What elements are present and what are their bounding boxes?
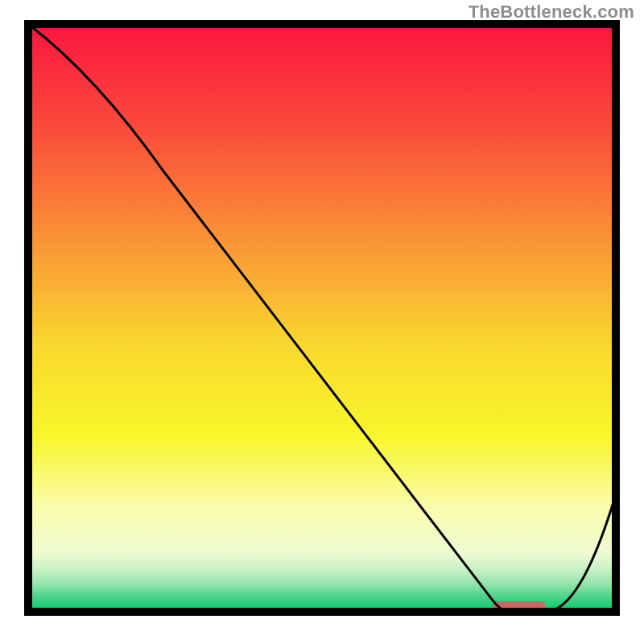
- plot-background: [28, 24, 616, 612]
- chart-container: TheBottleneck.com: [0, 0, 644, 644]
- chart-svg: [0, 0, 644, 644]
- attribution-text: TheBottleneck.com: [469, 2, 634, 23]
